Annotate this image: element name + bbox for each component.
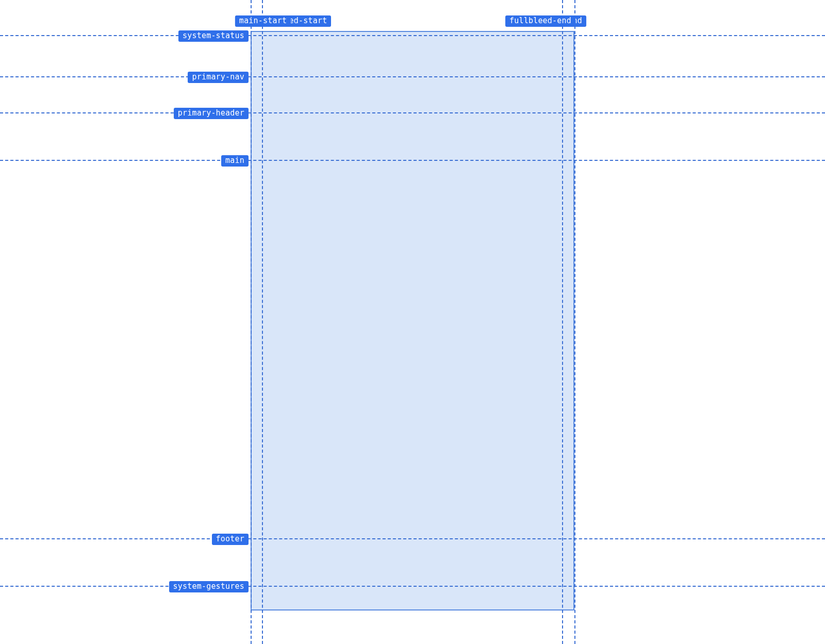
row-line-system-gestures: system-gestures — [0, 586, 825, 587]
column-line-fullbleed-start: fullbleed-start — [251, 0, 252, 644]
column-label-main-start: main-start — [235, 15, 291, 27]
grid-diagram-viewport: fullbleed-start main-start main-end full… — [0, 0, 825, 644]
row-label-main: main — [221, 155, 249, 167]
grid-diagram-canvas: fullbleed-start main-start main-end full… — [0, 0, 825, 644]
column-line-main-start: main-start — [262, 0, 263, 644]
row-line-primary-nav: primary-nav — [0, 76, 825, 77]
row-line-main: main — [0, 160, 825, 161]
row-label-primary-nav: primary-nav — [188, 72, 249, 83]
row-line-primary-header: primary-header — [0, 112, 825, 113]
column-label-fullbleed-end: fullbleed-end — [505, 15, 575, 27]
row-label-system-gestures: system-gestures — [169, 581, 249, 592]
row-line-footer: footer — [0, 538, 825, 539]
row-label-system-status: system-status — [178, 30, 249, 42]
column-line-main-end: main-end — [562, 0, 563, 644]
row-label-primary-header: primary-header — [174, 108, 249, 119]
column-line-fullbleed-end: fullbleed-end — [574, 0, 575, 644]
grid-frame-highlight — [251, 31, 574, 610]
row-line-system-status: system-status — [0, 35, 825, 36]
row-label-footer: footer — [212, 534, 249, 545]
